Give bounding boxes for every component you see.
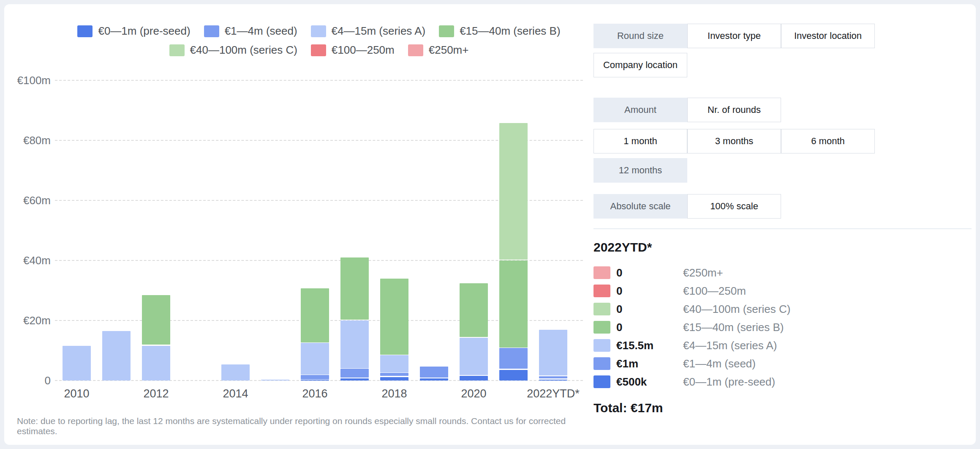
filter-6-month-button[interactable]: 6 month [781, 129, 875, 153]
detail-value: 0 [616, 285, 661, 298]
bar-segment[interactable] [380, 355, 408, 372]
detail-row-pre-seed: €500k €0—1m (pre-seed) [593, 375, 974, 388]
legend-label: €0—1m (pre-seed) [98, 25, 190, 38]
detail-label: €100—250m [683, 285, 746, 298]
detail-label: €40—100m (series C) [683, 303, 790, 316]
legend-item-series-b: €15—40m (series B) [439, 25, 560, 38]
filter-1-month-button[interactable]: 1 month [593, 129, 687, 153]
detail-row-series-c: 0 €40—100m (series C) [593, 303, 974, 315]
legend-item-pre-seed: €0—1m (pre-seed) [77, 25, 190, 38]
gridline [55, 80, 583, 81]
bar-segment[interactable] [499, 370, 528, 381]
detail-row-seed: €1m €1—4m (seed) [593, 357, 974, 370]
detail-label: €1—4m (seed) [683, 357, 756, 370]
legend-label: €40—100m (series C) [190, 44, 297, 57]
250m-plus-swatch-icon [593, 266, 610, 279]
filter-panel: Round size Investor type Investor locati… [593, 4, 974, 415]
detail-row-250m-plus: 0 €250m+ [593, 266, 974, 279]
bar-segment[interactable] [460, 376, 488, 381]
detail-label: €0—1m (pre-seed) [683, 375, 775, 389]
x-axis-label: 2014 [198, 387, 274, 400]
bar-segment[interactable] [301, 343, 329, 374]
series-b-swatch-icon [593, 321, 610, 334]
bar-segment[interactable] [380, 279, 408, 355]
pre-seed-swatch-icon [77, 25, 93, 37]
bar-segment[interactable] [301, 380, 329, 381]
filter-round-size-button[interactable]: Round size [593, 24, 687, 48]
filter-3-months-button[interactable]: 3 months [687, 129, 781, 153]
chart-legend-row-1: €0—1m (pre-seed) €1—4m (seed) €4—15m (se… [77, 25, 560, 38]
detail-value: 0 [616, 266, 661, 279]
chart-footnote: Note: due to reporting lag, the last 12 … [17, 416, 579, 436]
chart-legend-row-2: €40—100m (series C) €100—250m €250m+ [169, 44, 469, 57]
x-axis-label: 2020 [436, 387, 512, 400]
bar-segment[interactable] [340, 378, 369, 381]
x-axis-label: 2022YTD* [515, 387, 591, 400]
detail-panel-title: 2022YTD* [593, 240, 974, 255]
bar-segment[interactable] [420, 367, 448, 377]
legend-label: €15—40m (series B) [460, 25, 560, 38]
100-250m-swatch-icon [593, 285, 610, 297]
bar-segment[interactable] [63, 346, 91, 381]
filter-group-period: 1 month 3 months 6 month 12 months [593, 129, 881, 183]
detail-label: €4—15m (series A) [683, 339, 777, 352]
x-axis-label: 2016 [277, 387, 353, 400]
y-axis-label: €20m [8, 314, 51, 327]
series-c-swatch-icon [593, 303, 610, 315]
filter-investor-type-button[interactable]: Investor type [687, 24, 781, 48]
detail-value: €15.5m [616, 339, 661, 352]
detail-row-series-a: €15.5m €4—15m (series A) [593, 339, 974, 352]
bar-segment[interactable] [539, 376, 567, 379]
bar-segment[interactable] [539, 380, 567, 381]
series-b-swatch-icon [439, 25, 454, 37]
detail-value: 0 [616, 321, 661, 334]
legend-item-series-c: €40—100m (series C) [169, 44, 297, 57]
bar-segment[interactable] [499, 123, 528, 260]
filter-nr-of-rounds-button[interactable]: Nr. of rounds [687, 98, 781, 122]
detail-label: €250m+ [683, 266, 723, 279]
series-a-swatch-icon [311, 25, 326, 37]
bar-segment[interactable] [539, 330, 567, 376]
filter-12-months-button[interactable]: 12 months [593, 158, 687, 183]
bar-segment[interactable] [340, 257, 369, 320]
x-axis-label: 2010 [39, 387, 115, 400]
y-axis: 0€20m€40m€60m€80m€100m [8, 80, 51, 381]
y-axis-label: €100m [8, 74, 51, 87]
filter-100-scale-button[interactable]: 100% scale [687, 194, 781, 219]
legend-item-250m-plus: €250m+ [408, 44, 469, 57]
bar-segment[interactable] [142, 295, 170, 345]
detail-row-100-250m: 0 €100—250m [593, 285, 974, 297]
bar-segment[interactable] [221, 364, 250, 381]
legend-label: €4—15m (series A) [332, 25, 426, 38]
filter-group-dimension: Round size Investor type Investor locati… [593, 24, 881, 77]
bar-segment[interactable] [142, 346, 170, 381]
filter-amount-button[interactable]: Amount [593, 98, 687, 122]
x-axis-label: 2018 [357, 387, 433, 400]
legend-label: €250m+ [429, 44, 469, 57]
bar-segment[interactable] [340, 320, 369, 368]
bar-segment[interactable] [301, 375, 329, 379]
detail-total: Total: €17m [593, 401, 974, 415]
y-axis-label: 0 [8, 374, 51, 387]
filter-investor-location-button[interactable]: Investor location [781, 24, 875, 48]
detail-value: 0 [616, 303, 661, 316]
bar-segment[interactable] [340, 369, 369, 378]
bar-segment[interactable] [420, 378, 448, 381]
bar-segment[interactable] [380, 373, 408, 376]
chart-legend: €0—1m (pre-seed) €1—4m (seed) €4—15m (se… [55, 25, 583, 57]
bar-segment[interactable] [460, 338, 488, 375]
bar-segment[interactable] [460, 283, 488, 337]
series-c-swatch-icon [169, 44, 185, 56]
bar-segment[interactable] [261, 380, 289, 381]
filter-absolute-scale-button[interactable]: Absolute scale [593, 194, 687, 219]
100-250m-swatch-icon [311, 44, 326, 56]
bar-segment[interactable] [499, 348, 528, 369]
filter-company-location-button[interactable]: Company location [593, 53, 687, 77]
y-axis-label: €40m [8, 254, 51, 267]
filter-group-scale: Absolute scale 100% scale [593, 194, 881, 219]
bar-segment[interactable] [380, 377, 408, 381]
pre-seed-swatch-icon [593, 375, 610, 388]
bar-segment[interactable] [301, 288, 329, 342]
bar-segment[interactable] [102, 331, 131, 381]
bar-segment[interactable] [499, 260, 528, 348]
